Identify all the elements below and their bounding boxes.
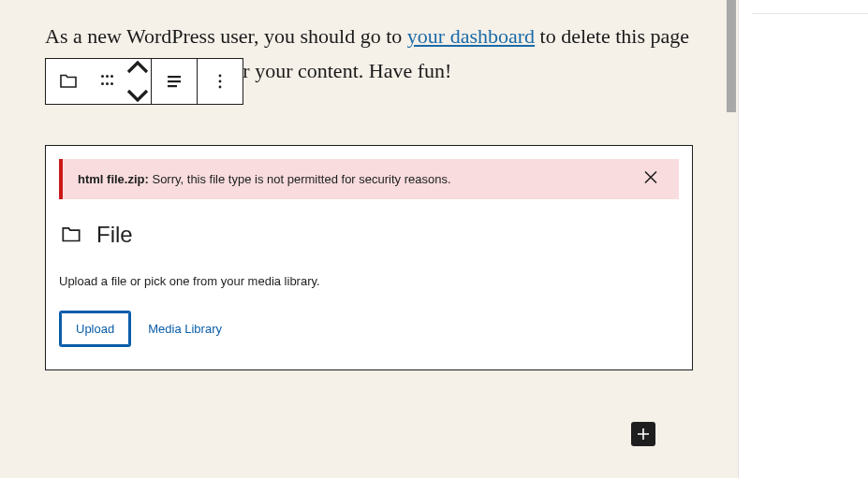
file-block-title: File [96,222,133,248]
chevron-up-icon [126,57,149,80]
settings-sidebar [738,0,868,478]
more-vertical-icon [209,70,231,93]
toolbar-group-block [46,59,152,104]
scrollbar-thumb[interactable] [727,0,736,112]
file-block-header: File [59,222,679,248]
scrollbar-track[interactable] [725,0,738,478]
file-instructions: Upload a file or pick one from your medi… [59,274,679,288]
toolbar-group-align [152,59,198,104]
chevron-down-icon [126,83,149,106]
upload-error-notice: html file.zip: Sorry, this file type is … [59,159,679,199]
file-icon [59,223,83,247]
block-type-button[interactable] [46,59,91,104]
more-options-button[interactable] [198,59,243,104]
align-button[interactable] [152,59,197,104]
file-block[interactable]: html file.zip: Sorry, this file type is … [45,145,693,370]
add-block-button[interactable] [631,422,655,446]
svg-point-4 [219,80,222,83]
paragraph-text-before: As a new WordPress user, you should go t… [45,24,407,48]
plus-icon [635,426,652,442]
dismiss-error-button[interactable] [636,163,666,196]
mover-arrows-icon [126,57,149,106]
close-icon [641,168,660,187]
file-actions: Upload Media Library [59,311,679,347]
block-toolbar [45,58,243,105]
drag-handle-icon [101,75,114,88]
align-icon [163,70,185,93]
toolbar-group-more [198,59,243,104]
error-filename: html file.zip: [78,172,149,186]
svg-rect-2 [168,85,177,87]
dashboard-link[interactable]: your dashboard [407,24,535,48]
svg-rect-0 [168,76,181,78]
drag-handle-button[interactable] [91,59,125,104]
svg-point-5 [219,86,222,89]
file-icon [57,70,80,93]
media-library-button[interactable]: Media Library [148,322,222,336]
file-placeholder: File Upload a file or pick one from your… [46,199,692,369]
error-message: Sorry, this file type is not permitted f… [149,172,451,186]
block-mover-button[interactable] [125,59,151,104]
upload-button[interactable]: Upload [59,311,131,347]
svg-point-3 [219,75,222,78]
sidebar-divider [752,13,868,14]
svg-rect-1 [168,80,181,82]
editor-canvas: As a new WordPress user, you should go t… [0,0,738,478]
